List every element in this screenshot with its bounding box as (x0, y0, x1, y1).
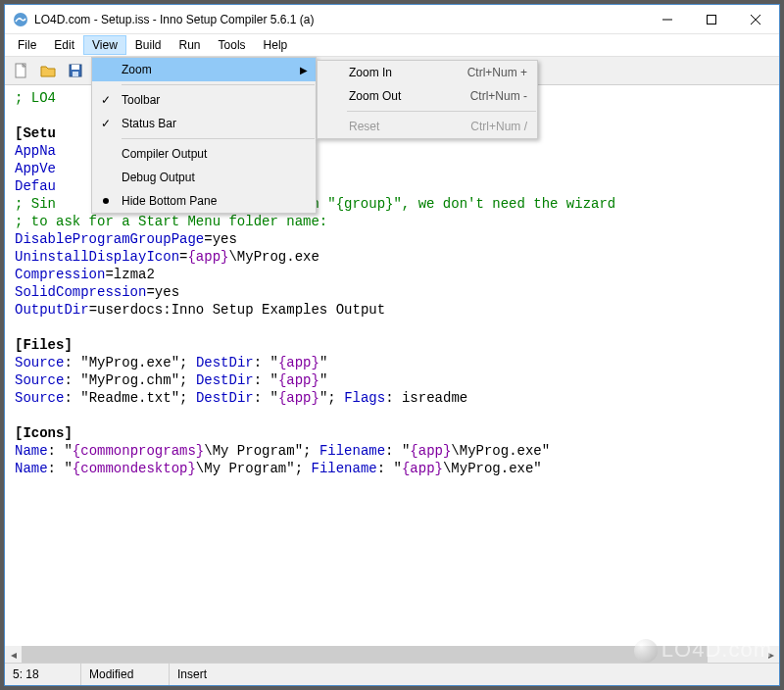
code-line: [Icons] (15, 424, 769, 442)
zoom-submenu: Zoom InCtrl+Num +Zoom OutCtrl+Num -Reset… (317, 60, 538, 139)
scroll-left-arrow[interactable]: ◂ (5, 646, 22, 663)
view-menu-zoom[interactable]: Zoom▶ (92, 58, 316, 81)
view-menu-debug-output[interactable]: Debug Output (92, 166, 316, 189)
app-icon (13, 12, 28, 27)
window-title: LO4D.com - Setup.iss - Inno Setup Compil… (34, 13, 645, 26)
menubar: FileEditViewBuildRunToolsHelp (5, 34, 779, 56)
menu-file[interactable]: File (9, 35, 45, 55)
status-position: 5: 18 (5, 664, 81, 685)
code-line: Source: "MyProg.exe"; DestDir: "{app}" (15, 354, 769, 371)
code-line: [Files] (15, 336, 769, 354)
titlebar: LO4D.com - Setup.iss - Inno Setup Compil… (5, 5, 779, 34)
save-file-button[interactable] (64, 59, 87, 82)
menu-edit[interactable]: Edit (45, 35, 83, 55)
scroll-right-arrow[interactable]: ▸ (762, 646, 779, 663)
horizontal-scrollbar[interactable]: ◂ ▸ (5, 646, 779, 663)
view-menu-toolbar[interactable]: Toolbar (92, 88, 316, 112)
open-file-button[interactable] (36, 59, 60, 82)
code-line: DisableProgramGroupPage=yes (15, 230, 769, 248)
scroll-track[interactable] (22, 646, 762, 663)
view-menu-compiler-output[interactable]: Compiler Output (92, 142, 316, 166)
zoom-menu-zoom-in[interactable]: Zoom InCtrl+Num + (318, 61, 537, 84)
menu-view[interactable]: View (83, 35, 126, 55)
new-file-button[interactable] (9, 59, 32, 82)
code-line: SolidCompression=yes (15, 283, 769, 301)
code-line: Name: "{commonprograms}\My Program"; Fil… (15, 442, 769, 460)
code-line: ; to ask for a Start Menu folder name: (15, 213, 769, 230)
status-insert-mode: Insert (170, 664, 238, 685)
scroll-thumb[interactable] (22, 646, 708, 663)
view-menu-dropdown: Zoom▶ToolbarStatus BarCompiler OutputDeb… (91, 57, 317, 214)
view-menu-hide-bottom-pane[interactable]: Hide Bottom Pane (92, 189, 316, 213)
minimize-button[interactable] (645, 5, 689, 33)
code-line (15, 319, 769, 336)
code-line: OutputDir=userdocs:Inno Setup Examples O… (15, 301, 769, 319)
code-line: Name: "{commondesktop}\My Program"; File… (15, 460, 769, 477)
statusbar: 5: 18 Modified Insert (5, 663, 779, 685)
menu-build[interactable]: Build (126, 35, 171, 55)
close-button[interactable] (733, 5, 777, 33)
submenu-arrow-icon: ▶ (300, 65, 308, 75)
menu-run[interactable]: Run (171, 35, 210, 55)
zoom-menu-zoom-out[interactable]: Zoom OutCtrl+Num - (318, 84, 537, 108)
code-line: Source: "Readme.txt"; DestDir: "{app}"; … (15, 389, 769, 407)
status-modified: Modified (81, 664, 170, 685)
code-line: UninstallDisplayIcon={app}\MyProg.exe (15, 248, 769, 266)
zoom-menu-reset: ResetCtrl+Num / (318, 115, 537, 138)
svg-rect-8 (73, 72, 78, 76)
code-line: Source: "MyProg.chm"; DestDir: "{app}" (15, 371, 769, 389)
maximize-button[interactable] (689, 5, 733, 33)
code-line (15, 407, 769, 424)
menu-tools[interactable]: Tools (210, 35, 255, 55)
menu-help[interactable]: Help (255, 35, 297, 55)
app-window: LO4D.com - Setup.iss - Inno Setup Compil… (4, 4, 780, 686)
code-line: Compression=lzma2 (15, 266, 769, 283)
svg-rect-7 (72, 65, 79, 70)
svg-rect-2 (707, 15, 715, 24)
view-menu-status-bar[interactable]: Status Bar (92, 112, 316, 135)
